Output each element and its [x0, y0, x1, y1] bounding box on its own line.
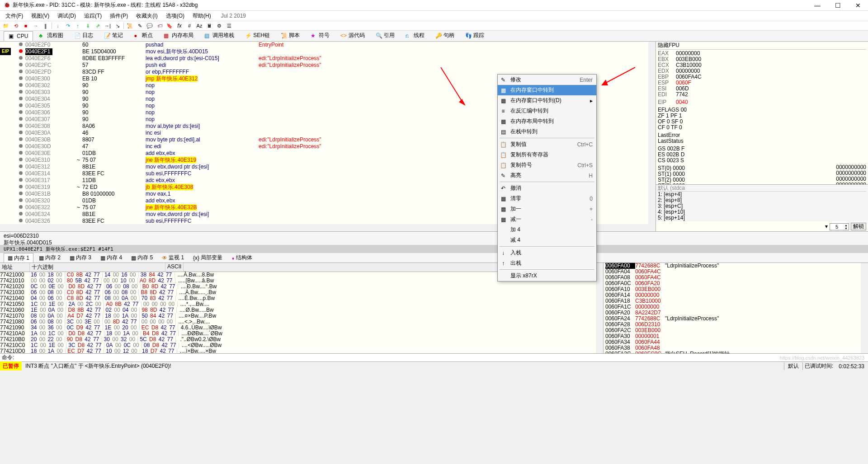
- arg-row[interactable]: 4: [esp+10]: [658, 209, 866, 215]
- run-to-icon[interactable]: →|: [104, 22, 112, 30]
- context-menu-item[interactable]: ▤在栈中转到: [498, 127, 596, 137]
- context-menu-item[interactable]: ▦减一-: [498, 214, 596, 225]
- context-menu-item[interactable]: ✎高亮H: [498, 170, 596, 181]
- disasm-row[interactable]: 0040E2F0 60pushadEntryPoint: [0, 42, 648, 48]
- menu-help[interactable]: 帮助(H): [189, 11, 215, 21]
- tab-breakpoints[interactable]: ●断点: [129, 30, 158, 41]
- close-button[interactable]: ✕: [852, 1, 864, 10]
- context-menu-item[interactable]: 📋复制符号Ctrl+S: [498, 160, 596, 170]
- context-menu-item[interactable]: ↑出栈: [498, 258, 596, 268]
- tab-dump3[interactable]: ▦内存 3: [66, 253, 95, 262]
- tab-log[interactable]: 📄日志: [69, 30, 98, 41]
- context-menu-item[interactable]: 📋复制值Ctrl+C: [498, 139, 596, 150]
- tab-threads[interactable]: ⎌线程: [401, 30, 429, 41]
- tab-handles[interactable]: 🔑句柄: [430, 30, 459, 41]
- tab-watch1[interactable]: 👁监视 1: [158, 253, 188, 262]
- tab-notes[interactable]: 📝笔记: [99, 30, 128, 41]
- trace-into-icon[interactable]: ⇓: [84, 22, 92, 30]
- tab-locals[interactable]: {x}局部变量: [189, 253, 226, 262]
- open-icon[interactable]: 📁: [2, 22, 10, 30]
- disasm-row[interactable]: 0040E2F1 BE 15D04000mov esi,新年快乐.40D015: [0, 48, 648, 55]
- context-menu-item[interactable]: ▦在内存窗口中转到: [498, 85, 596, 95]
- spin-input[interactable]: [830, 224, 844, 230]
- disasm-row[interactable]: 0040E2F6 8DBE EB3FFFFFlea edi,dword ptr …: [0, 55, 648, 62]
- arg-row[interactable]: 3: [esp+C]: [658, 203, 866, 209]
- patch-icon[interactable]: ✎: [136, 22, 144, 30]
- trace-over-icon[interactable]: ⇗: [94, 22, 102, 30]
- pause-icon[interactable]: ‖: [42, 22, 50, 30]
- disasm-scroll-v[interactable]: [648, 42, 656, 231]
- step-into-icon[interactable]: ↓: [54, 22, 62, 30]
- arg-row[interactable]: 2: [esp+8]: [658, 197, 866, 203]
- minimize-button[interactable]: —: [811, 1, 824, 10]
- fx-icon[interactable]: fx: [175, 22, 184, 30]
- bookmark-icon[interactable]: 🔖: [165, 22, 174, 30]
- stop-icon[interactable]: ■: [22, 22, 30, 30]
- stack-scroll[interactable]: [861, 263, 868, 353]
- calc-icon[interactable]: 🖩: [205, 22, 213, 30]
- az-icon[interactable]: Az: [195, 22, 203, 30]
- context-menu-item[interactable]: ▦加一+: [498, 204, 596, 214]
- hash-icon[interactable]: #: [185, 22, 193, 30]
- tab-dump4[interactable]: ▦内存 4: [97, 253, 126, 262]
- context-menu-item[interactable]: ▦在内存布局中转到: [498, 116, 596, 127]
- context-menu-item[interactable]: 显示 x87rX: [498, 271, 596, 281]
- context-menu-item[interactable]: ↶撤消: [498, 183, 596, 193]
- tab-source[interactable]: <>源代码: [335, 30, 370, 41]
- maximize-button[interactable]: ☐: [831, 1, 844, 10]
- stack-row[interactable]: 0060FA3C0060FC9C指向SEH_Record[1]的指针: [604, 351, 861, 353]
- run-icon[interactable]: →: [32, 22, 40, 30]
- context-menu-item[interactable]: ↓入栈: [498, 248, 596, 258]
- menu-favorites[interactable]: 收藏夹(I): [132, 11, 161, 21]
- restart-icon[interactable]: ⟲: [12, 22, 20, 30]
- context-menu-item[interactable]: 减 4: [498, 235, 596, 245]
- tab-callstack[interactable]: ▤调用堆栈: [199, 30, 239, 41]
- label-icon[interactable]: 🏷: [156, 22, 164, 30]
- step-over-icon[interactable]: ↷: [64, 22, 72, 30]
- context-menu-item[interactable]: ▦清零0: [498, 193, 596, 204]
- tab-cpu[interactable]: ▣CPU: [4, 31, 33, 41]
- arg-count-spinner[interactable]: ▲▼: [830, 223, 849, 230]
- args-view[interactable]: 默认 (stdca 1: [esp+4] 2: [esp+8] 3: [esp+…: [656, 184, 868, 221]
- tab-graph[interactable]: ♣流程图: [34, 30, 68, 41]
- tab-script[interactable]: 📜脚本: [276, 30, 305, 41]
- reg-row[interactable]: ESP0060F: [658, 80, 866, 86]
- menu-plugins[interactable]: 插件(P): [106, 11, 132, 21]
- tab-struct[interactable]: ⬧结构体: [228, 253, 256, 262]
- menu-trace[interactable]: 追踪(T): [80, 11, 105, 21]
- command-input[interactable]: [16, 355, 866, 361]
- spin-down[interactable]: ▼: [844, 227, 849, 230]
- unlock-button[interactable]: 解锁: [851, 223, 866, 230]
- context-menu-item[interactable]: ≡在反汇编中转到: [498, 106, 596, 116]
- settings-icon[interactable]: ⚙: [215, 22, 223, 30]
- combo-arrow[interactable]: ▾: [825, 224, 828, 230]
- reg-row[interactable]: EDI7742: [658, 92, 866, 98]
- settings2-icon[interactable]: ☰: [225, 22, 233, 30]
- menu-options[interactable]: 选项(O): [162, 11, 188, 21]
- tab-trace[interactable]: 👣跟踪: [460, 30, 489, 41]
- comment-icon[interactable]: 💬: [146, 22, 154, 30]
- context-menu-item[interactable]: 加 4: [498, 225, 596, 235]
- context-menu-item[interactable]: ✎修改Enter: [498, 75, 596, 85]
- menu-file[interactable]: 文件(F): [2, 11, 27, 21]
- tab-refs[interactable]: 🔍引用: [371, 30, 400, 41]
- registers-panel[interactable]: 隐藏FPU EAX00000000EBX003EB000ECXC3B10000E…: [656, 42, 868, 231]
- tab-symbols[interactable]: ★符号: [306, 30, 335, 41]
- menu-debug[interactable]: 调试(D): [54, 11, 80, 21]
- tab-dump1[interactable]: ▦内存 1: [4, 253, 33, 262]
- tab-dump5[interactable]: ▦内存 5: [127, 253, 156, 262]
- reg-row[interactable]: ESI006D: [658, 86, 866, 92]
- disasm-row[interactable]: 0040E2FC 57push ediedi:"LdrpInitializePr…: [0, 62, 648, 69]
- reg-eip-val[interactable]: 0040: [676, 99, 688, 105]
- stack-view[interactable]: 0060FA007742688C"LdrpInitializeProcess"0…: [603, 263, 861, 353]
- context-menu-item[interactable]: ▦在内存窗口中转到(D)▸: [498, 95, 596, 106]
- run-till-icon[interactable]: ↘: [113, 22, 122, 30]
- dump-scroll[interactable]: [596, 263, 603, 353]
- menu-view[interactable]: 视图(V): [28, 11, 53, 21]
- step-out-icon[interactable]: ↑: [74, 22, 82, 30]
- tab-dump2[interactable]: ▦内存 2: [35, 253, 64, 262]
- arg-row[interactable]: 5: [esp+14]: [658, 215, 866, 221]
- spin-up[interactable]: ▲: [844, 224, 849, 227]
- script-icon[interactable]: 📜: [126, 22, 134, 30]
- tab-seh[interactable]: ⚡SEH链: [240, 30, 275, 41]
